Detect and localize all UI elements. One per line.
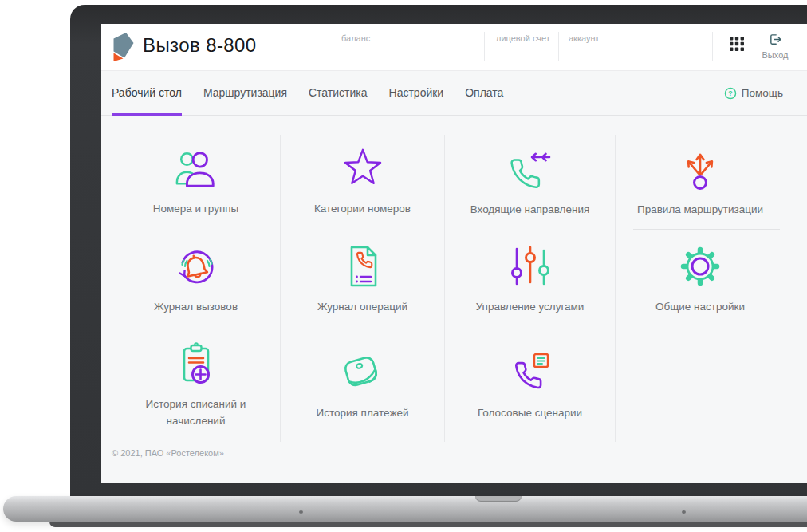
apps-grid-icon[interactable] <box>730 37 744 51</box>
tile-voice-scenarios[interactable]: Голосовые сценарии <box>444 329 615 442</box>
voice-script-phone-icon <box>508 350 553 395</box>
laptop-bezel: Вызов 8-800 баланс лицевой счет аккаунт <box>70 5 807 496</box>
tile-call-log[interactable]: Журнал вызовов <box>112 230 280 329</box>
tile-operations-log[interactable]: Журнал операций <box>280 230 444 329</box>
tile-label: Журнал вызовов <box>154 299 238 316</box>
gear-icon <box>678 244 722 289</box>
footer-copyright: © 2021, ПАО «Ростелеком» <box>112 448 807 458</box>
tile-label: Голосовые сценарии <box>478 405 582 422</box>
header-divider <box>484 32 485 61</box>
rostelecom-logo-icon[interactable] <box>112 32 136 62</box>
tile-label: Общие настройки <box>655 299 745 316</box>
tab-payment[interactable]: Оплата <box>465 71 503 116</box>
app-title: Вызов 8-800 <box>143 34 257 57</box>
laptop-base <box>3 496 807 522</box>
tile-charge-history[interactable]: История списаний и начислений <box>112 329 280 442</box>
wallet-icon <box>341 350 385 395</box>
operations-document-icon <box>341 244 385 289</box>
tile-label: Управление услугами <box>476 299 585 316</box>
help-question-icon: ? <box>724 87 737 100</box>
tile-label: Входящие направления <box>470 202 590 219</box>
main-nav: Рабочий стол Маршрутизация Статистика На… <box>101 71 807 116</box>
users-icon <box>175 148 218 191</box>
base-screw-right <box>682 510 686 514</box>
tile-routing-rules[interactable]: Правила маршрутизации <box>615 135 785 230</box>
laptop-screen: Вызов 8-800 баланс лицевой счет аккаунт <box>101 24 807 483</box>
help-link[interactable]: ? Помощь <box>724 71 783 115</box>
header-divider <box>558 32 559 61</box>
sliders-icon <box>508 244 553 289</box>
tile-label: Правила маршрутизации <box>637 202 763 219</box>
tab-settings[interactable]: Настройки <box>389 71 444 116</box>
logout-label: Выход <box>757 50 793 60</box>
help-label: Помощь <box>742 87 783 99</box>
dashboard-grid: Номера и группы Категории номеров <box>112 135 785 442</box>
app-header: Вызов 8-800 баланс лицевой счет аккаунт <box>101 24 807 71</box>
tile-general-settings[interactable]: Общие настройки <box>615 230 785 329</box>
tile-incoming-directions[interactable]: Входящие направления <box>444 135 615 230</box>
svg-text:?: ? <box>728 89 732 97</box>
tile-label: История списаний и начислений <box>128 396 265 430</box>
tile-label: История платежей <box>317 405 409 422</box>
tab-routing[interactable]: Маршрутизация <box>203 71 287 116</box>
tab-statistics[interactable]: Статистика <box>309 71 368 116</box>
laptop-bottom-edge <box>49 522 807 527</box>
account-label: аккаунт <box>569 33 600 43</box>
logout-button[interactable]: Выход <box>757 33 793 60</box>
header-divider <box>712 32 713 61</box>
routing-arrows-icon <box>678 147 722 191</box>
trackpad-notch <box>475 496 522 502</box>
logout-icon <box>769 33 782 46</box>
tile-payment-history[interactable]: История платежей <box>280 329 444 442</box>
tile-label: Номера и группы <box>153 201 238 218</box>
header-divider <box>329 32 329 61</box>
incoming-call-icon <box>508 147 553 191</box>
grid-cell-empty <box>615 329 785 442</box>
base-screw-left <box>299 510 303 514</box>
tile-service-management[interactable]: Управление услугами <box>444 230 615 329</box>
tile-number-categories[interactable]: Категории номеров <box>280 135 444 230</box>
tile-numbers-and-groups[interactable]: Номера и группы <box>112 135 280 230</box>
star-icon <box>341 148 384 191</box>
call-log-bell-icon <box>174 244 218 289</box>
tile-label: Категории номеров <box>314 201 411 218</box>
balance-label: баланс <box>341 33 370 43</box>
personal-account-label: лицевой счет <box>496 33 550 43</box>
tab-dashboard[interactable]: Рабочий стол <box>112 71 182 116</box>
clipboard-plus-icon <box>174 341 218 386</box>
tile-label: Журнал операций <box>317 299 407 316</box>
